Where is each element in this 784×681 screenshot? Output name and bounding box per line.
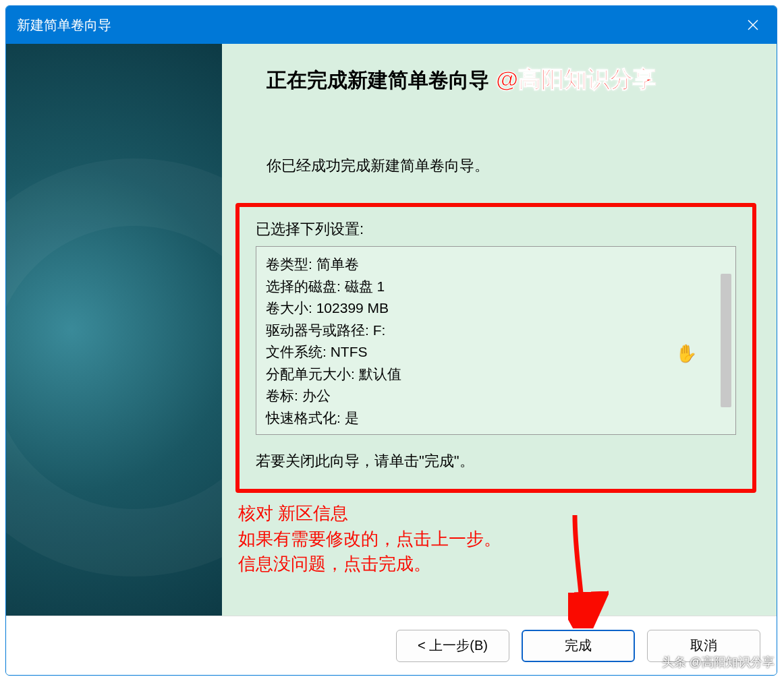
success-text: 你已经成功完成新建简单卷向导。 — [229, 115, 760, 192]
watermark-overlay: @高阳知识分享 — [496, 64, 656, 95]
wizard-window: 新建简单卷向导 正在完成新建简单卷向导 @高阳知识分享 你已经成功完成新建简单卷… — [5, 5, 777, 676]
wizard-side-graphic — [6, 44, 222, 616]
wizard-body: 正在完成新建简单卷向导 @高阳知识分享 你已经成功完成新建简单卷向导。 已选择下… — [6, 44, 777, 616]
scrollbar[interactable] — [717, 247, 735, 434]
settings-label: 已选择下列设置: — [256, 219, 736, 246]
window-title: 新建简单卷向导 — [17, 16, 111, 34]
close-hint: 若要关闭此向导，请单击"完成"。 — [256, 435, 736, 471]
annotation-line: 核对 新区信息 — [238, 501, 760, 527]
highlight-box: 已选择下列设置: 卷类型: 简单卷 选择的磁盘: 磁盘 1 卷大小: 10239… — [235, 203, 756, 493]
setting-row: 快速格式化: 是 — [266, 407, 707, 430]
close-icon — [747, 19, 759, 31]
wizard-main: 正在完成新建简单卷向导 @高阳知识分享 你已经成功完成新建简单卷向导。 已选择下… — [222, 44, 777, 616]
setting-row: 分配单元大小: 默认值 — [266, 363, 707, 386]
annotation-line: 信息没问题，点击完成。 — [238, 552, 760, 577]
page-heading: 正在完成新建简单卷向导 — [267, 67, 489, 94]
scrollbar-thumb[interactable] — [721, 274, 731, 407]
setting-row: 文件系统: NTFS — [266, 341, 707, 363]
finish-button[interactable]: 完成 — [522, 630, 635, 662]
close-button[interactable] — [729, 6, 777, 44]
setting-row: 卷类型: 简单卷 — [266, 254, 707, 276]
titlebar: 新建简单卷向导 — [6, 6, 777, 44]
annotation-line: 如果有需要修改的，点击上一步。 — [238, 527, 760, 552]
settings-list: 卷类型: 简单卷 选择的磁盘: 磁盘 1 卷大小: 102399 MB 驱动器号… — [256, 247, 717, 434]
setting-row: 卷标: 办公 — [266, 385, 707, 407]
cancel-button[interactable]: 取消 — [647, 630, 760, 662]
annotation-text: 核对 新区信息 如果有需要修改的，点击上一步。 信息没问题，点击完成。 — [229, 497, 760, 577]
setting-row: 选择的磁盘: 磁盘 1 — [266, 276, 707, 298]
wizard-footer: < 上一步(B) 完成 取消 — [6, 616, 777, 675]
setting-row: 卷大小: 102399 MB — [266, 297, 707, 320]
settings-listbox[interactable]: 卷类型: 简单卷 选择的磁盘: 磁盘 1 卷大小: 102399 MB 驱动器号… — [256, 246, 736, 435]
back-button[interactable]: < 上一步(B) — [396, 630, 509, 662]
heading-row: 正在完成新建简单卷向导 @高阳知识分享 — [229, 57, 760, 115]
setting-row: 驱动器号或路径: F: — [266, 320, 707, 342]
